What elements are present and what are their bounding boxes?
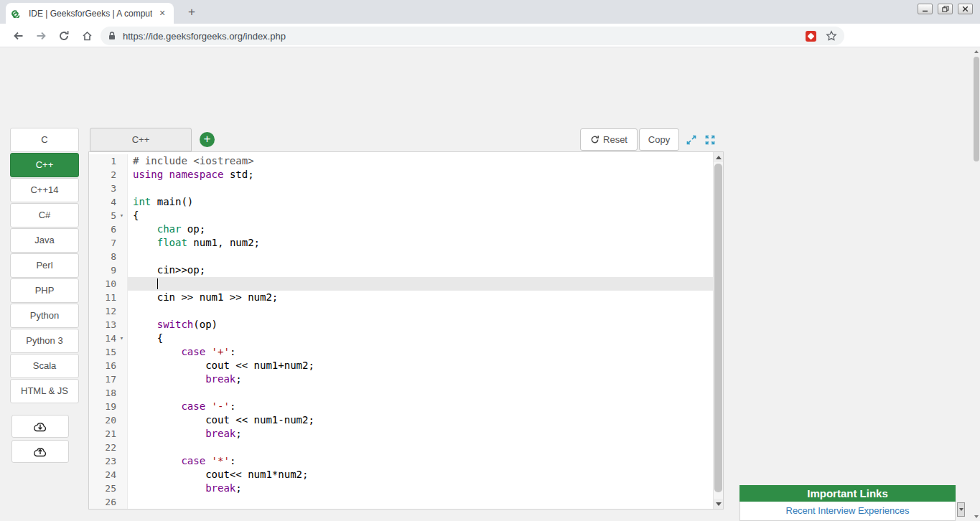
code-line-25[interactable]: 25 break; xyxy=(89,482,723,495)
code-line-15[interactable]: 15 case '+': xyxy=(89,345,723,359)
fullscreen-icon[interactable] xyxy=(704,133,716,146)
fold-gutter xyxy=(116,168,128,182)
add-tab-button[interactable]: + xyxy=(200,132,215,147)
sidebar-item-perl[interactable]: Perl xyxy=(10,253,79,278)
resize-diagonal-icon[interactable] xyxy=(685,133,697,146)
links-item[interactable]: Recent Interview Experiences xyxy=(739,502,956,521)
lock-icon xyxy=(108,31,116,41)
sidebar-item-c-14[interactable]: C++14 xyxy=(10,178,79,202)
line-number: 24 xyxy=(89,468,116,482)
bookmark-star-icon[interactable] xyxy=(826,30,837,42)
sidebar-item-python[interactable]: Python xyxy=(10,304,79,328)
code-line-16[interactable]: 16 cout << num1+num2; xyxy=(89,359,723,372)
cloud-download-icon xyxy=(32,421,48,432)
code-line-4[interactable]: 4int main() xyxy=(89,195,723,209)
code-text: cout<< num1*num2; xyxy=(128,468,723,482)
code-line-13[interactable]: 13 switch(op) xyxy=(89,318,723,332)
editor-tab-cpp[interactable]: C++ xyxy=(90,128,192,151)
upload-code-button[interactable] xyxy=(11,440,69,463)
sidebar-item-java[interactable]: Java xyxy=(10,228,79,253)
links-scroll-arrow[interactable] xyxy=(957,502,965,517)
line-number: 9 xyxy=(89,263,116,277)
code-line-21[interactable]: 21 break; xyxy=(89,427,723,441)
code-line-20[interactable]: 20 cout << num1-num2; xyxy=(89,413,723,427)
scroll-down-icon[interactable] xyxy=(714,499,723,509)
page-scroll-down-icon[interactable] xyxy=(973,512,980,521)
code-line-23[interactable]: 23 case '*': xyxy=(89,454,723,468)
code-line-6[interactable]: 6 char op; xyxy=(89,222,723,236)
line-number: 11 xyxy=(89,291,116,304)
line-number: 25 xyxy=(89,482,116,495)
refresh-button[interactable] xyxy=(55,27,73,45)
new-tab-button[interactable]: + xyxy=(182,5,201,21)
page-scrollbar-thumb[interactable] xyxy=(974,57,979,161)
fold-gutter xyxy=(116,372,128,386)
code-line-19[interactable]: 19 case '-': xyxy=(89,400,723,413)
code-text: case '+': xyxy=(128,345,723,359)
code-line-11[interactable]: 11 cin >> num1 >> num2; xyxy=(89,291,723,304)
page-scroll-up-icon[interactable] xyxy=(973,47,980,56)
editor-scrollbar-thumb[interactable] xyxy=(714,164,722,492)
page-scrollbar[interactable] xyxy=(973,47,980,521)
download-code-button[interactable] xyxy=(11,415,69,438)
sidebar-item-c-[interactable]: C# xyxy=(10,203,79,227)
important-links-box: Important Links Recent Interview Experie… xyxy=(739,485,956,521)
browser-navbar: https://ide.geeksforgeeks.org/index.php xyxy=(0,24,980,47)
sidebar-item-python-3[interactable]: Python 3 xyxy=(10,329,79,353)
fold-gutter xyxy=(116,236,128,250)
sidebar-item-php[interactable]: PHP xyxy=(10,278,79,303)
fold-arrow-icon[interactable]: ▾ xyxy=(116,209,128,222)
minimize-button[interactable] xyxy=(918,4,933,14)
code-line-2[interactable]: 2using namespace std; xyxy=(89,168,723,182)
extension-icon[interactable] xyxy=(806,31,816,42)
tab-close-icon[interactable]: × xyxy=(157,8,168,19)
copy-button[interactable]: Copy xyxy=(639,128,679,151)
fold-arrow-icon[interactable]: ▾ xyxy=(116,332,128,345)
browser-tab[interactable]: IDE | GeeksforGeeks | A compute × xyxy=(6,3,174,24)
reset-button[interactable]: Reset xyxy=(580,128,638,151)
code-text: break; xyxy=(128,427,723,441)
reset-icon xyxy=(590,135,599,144)
back-button[interactable] xyxy=(9,27,27,45)
sidebar-item-scala[interactable]: Scala xyxy=(10,354,79,378)
code-editor-panel: C++ + Reset Copy 1# include <iostream>2u… xyxy=(88,128,724,510)
code-line-14[interactable]: 14▾ { xyxy=(89,332,723,345)
code-line-8[interactable]: 8 xyxy=(89,250,723,263)
fold-gutter xyxy=(116,291,128,304)
code-text: cin >> num1 >> num2; xyxy=(128,291,723,304)
forward-button[interactable] xyxy=(32,27,50,45)
sidebar-item-c-[interactable]: C++ xyxy=(10,153,79,177)
code-line-10[interactable]: 10 xyxy=(89,277,723,291)
code-line-18[interactable]: 18 xyxy=(89,386,723,400)
code-text: case '-': xyxy=(128,400,723,413)
url-text: https://ide.geeksforgeeks.org/index.php xyxy=(123,31,286,42)
line-number: 21 xyxy=(89,427,116,441)
sidebar-item-html-js[interactable]: HTML & JS xyxy=(10,379,79,403)
code-line-17[interactable]: 17 break; xyxy=(89,372,723,386)
code-line-1[interactable]: 1# include <iostream> xyxy=(89,154,723,168)
code-line-5[interactable]: 5▾{ xyxy=(89,209,723,222)
code-line-3[interactable]: 3 xyxy=(89,182,723,195)
fold-gutter xyxy=(116,195,128,209)
code-line-24[interactable]: 24 cout<< num1*num2; xyxy=(89,468,723,482)
text-cursor xyxy=(157,278,159,289)
code-editor[interactable]: 1# include <iostream>2using namespace st… xyxy=(88,151,724,510)
window-controls xyxy=(918,4,973,14)
home-button[interactable] xyxy=(78,27,96,45)
restore-button[interactable] xyxy=(938,4,953,14)
line-number: 22 xyxy=(89,441,116,454)
line-number: 18 xyxy=(89,386,116,400)
code-line-22[interactable]: 22 xyxy=(89,441,723,454)
code-line-26[interactable]: 26 xyxy=(89,495,723,509)
editor-scrollbar[interactable] xyxy=(713,152,723,509)
scroll-up-icon[interactable] xyxy=(714,152,723,162)
code-lines: 1# include <iostream>2using namespace st… xyxy=(89,152,723,509)
code-line-12[interactable]: 12 xyxy=(89,304,723,318)
links-list: Recent Interview Experiences xyxy=(739,502,956,521)
code-line-7[interactable]: 7 float num1, num2; xyxy=(89,236,723,250)
sidebar-item-c[interactable]: C xyxy=(10,128,79,152)
code-line-9[interactable]: 9 cin>>op; xyxy=(89,263,723,277)
line-number: 14 xyxy=(89,332,116,345)
address-bar[interactable]: https://ide.geeksforgeeks.org/index.php xyxy=(101,27,844,45)
close-window-button[interactable] xyxy=(958,4,973,14)
